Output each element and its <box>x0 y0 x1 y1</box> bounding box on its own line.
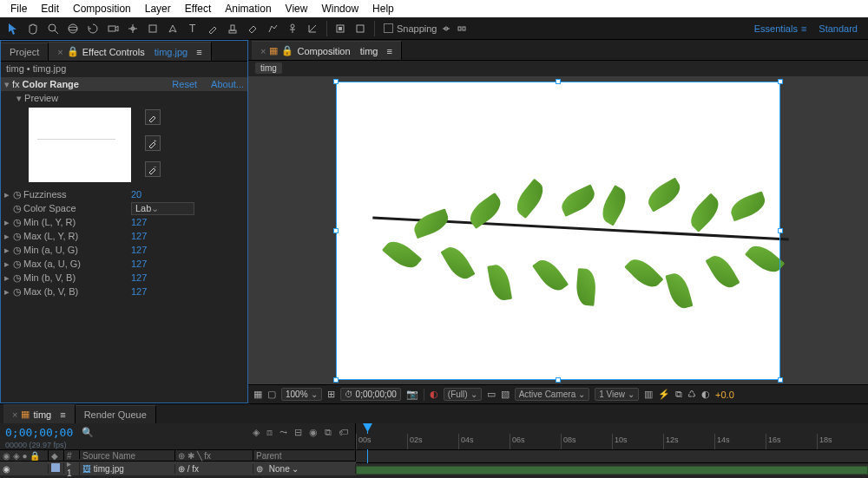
timeline-icon[interactable]: ⧉ <box>675 389 682 400</box>
pickwhip-icon[interactable]: ⊚ <box>256 464 263 474</box>
stopwatch-icon[interactable]: ◷ <box>13 231 23 242</box>
mask-icon[interactable]: ▢ <box>267 389 276 400</box>
tag-icon[interactable]: 🏷 <box>339 427 348 438</box>
workspace-essentials[interactable]: Essentials≡ <box>754 23 807 34</box>
prop-max-aug[interactable]: ▸◷Max (a, U, G)127 <box>4 257 247 271</box>
roto-tool-icon[interactable] <box>263 19 282 38</box>
prop-min-bvb[interactable]: ▸◷Min (b, V, B)127 <box>4 271 247 285</box>
prop-fuzziness[interactable]: ▸◷Fuzziness20 <box>4 187 247 201</box>
zoom-dropdown[interactable]: 100% ⌄ <box>281 388 322 401</box>
text-tool-icon[interactable]: T <box>183 19 202 38</box>
effect-row-color-range[interactable]: ▾ fx Color Range Reset About... <box>1 77 247 91</box>
fast-preview-icon[interactable]: ⚡ <box>658 389 670 400</box>
shape-tool-icon[interactable] <box>143 19 162 38</box>
tab-composition[interactable]: × ▦ 🔒 Composition timg ≡ <box>252 41 402 60</box>
effect-reset[interactable]: Reset <box>172 79 197 89</box>
pixel-aspect-icon[interactable]: ▥ <box>644 389 653 400</box>
shy-icon[interactable]: ⤳ <box>279 427 287 438</box>
resize-handle[interactable] <box>556 377 561 383</box>
search-icon[interactable]: 🔍 <box>82 427 94 438</box>
eraser-tool-icon[interactable] <box>243 19 262 38</box>
prop-min-aug[interactable]: ▸◷Min (a, U, G)127 <box>4 243 247 257</box>
res-icon[interactable]: ⊞ <box>327 389 335 400</box>
resize-handle[interactable] <box>333 377 339 383</box>
col-source[interactable]: Source Name <box>80 450 175 461</box>
pen-tool-icon[interactable] <box>163 19 182 38</box>
tab-effect-controls[interactable]: × 🔒 Effect Controls timg.jpg ≡ <box>49 42 211 61</box>
region-icon[interactable]: ▭ <box>487 389 496 400</box>
hand-tool-icon[interactable] <box>23 19 43 38</box>
stopwatch-icon[interactable]: ◷ <box>13 217 23 228</box>
snapping-toggle[interactable]: Snapping <box>384 23 467 34</box>
layer-duration-bar[interactable] <box>356 466 868 475</box>
resize-handle[interactable] <box>333 79 339 84</box>
mode-icon-1[interactable] <box>331 19 350 38</box>
close-icon[interactable]: × <box>57 47 62 57</box>
local-axis-icon[interactable] <box>303 19 322 38</box>
rotate-tool-icon[interactable] <box>83 19 102 38</box>
eyedropper-icon[interactable] <box>145 109 161 125</box>
selection-tool-icon[interactable] <box>3 19 23 38</box>
grid-icon[interactable]: ▦ <box>253 389 262 400</box>
tab-timeline-comp[interactable]: × ▦ timg ≡ <box>3 404 76 423</box>
resize-handle[interactable] <box>778 79 783 84</box>
orbit-tool-icon[interactable] <box>63 19 82 38</box>
comp-mini-flowchart-icon[interactable]: ◈ <box>253 427 260 438</box>
brush-tool-icon[interactable] <box>203 19 222 38</box>
prop-color-space[interactable]: ◷Color SpaceLab ⌄ <box>4 201 247 215</box>
menu-effect[interactable]: Effect <box>178 1 218 16</box>
parent-dropdown[interactable]: None ⌄ <box>266 464 313 474</box>
lock-icon[interactable]: 🔒 <box>281 45 293 56</box>
stamp-tool-icon[interactable] <box>223 19 242 38</box>
zoom-tool-icon[interactable] <box>43 19 62 38</box>
flowchart-icon[interactable]: ♺ <box>687 389 696 400</box>
frame-blend-icon[interactable]: ⊟ <box>294 427 302 438</box>
panel-menu-icon[interactable]: ≡ <box>196 47 201 57</box>
effect-about[interactable]: About... <box>211 79 244 89</box>
resize-handle[interactable] <box>778 377 783 383</box>
menu-edit[interactable]: Edit <box>34 1 66 16</box>
close-icon[interactable]: × <box>12 409 17 420</box>
prop-max-bvb[interactable]: ▸◷Max (b, V, B)127 <box>4 285 247 298</box>
draft3d-icon[interactable]: ⧈ <box>266 427 273 438</box>
color-space-dropdown[interactable]: Lab ⌄ <box>131 202 194 215</box>
mode-icon-2[interactable] <box>351 19 370 38</box>
stopwatch-icon[interactable]: ◷ <box>13 286 23 298</box>
layer-switches[interactable]: ⊕ / fx <box>175 464 253 474</box>
timecode-display[interactable]: ⏱ 0;00;00;00 <box>340 388 401 401</box>
prop-max-lyr[interactable]: ▸◷Max (L, Y, R)127 <box>4 229 247 243</box>
camera-tool-icon[interactable] <box>103 19 122 38</box>
composition-viewport[interactable] <box>248 76 868 384</box>
resize-handle[interactable] <box>333 228 339 233</box>
close-icon[interactable]: × <box>260 46 266 56</box>
stopwatch-icon[interactable]: ◷ <box>13 245 23 256</box>
timeline-timecode[interactable]: 0;00;00;00 <box>5 426 73 439</box>
prop-min-lyr[interactable]: ▸◷Min (L, Y, R)127 <box>4 215 247 229</box>
snapping-checkbox-icon[interactable] <box>384 23 393 33</box>
timeline-layer-row[interactable]: ◉ ▸ 1 🖼 timg.jpg ⊕ / fx ⊚ None ⌄ <box>0 462 356 475</box>
menu-animation[interactable]: Animation <box>218 1 278 16</box>
comp-breadcrumb-chip[interactable]: timg <box>255 62 282 74</box>
camera-dropdown[interactable]: Active Camera ⌄ <box>515 388 590 401</box>
stopwatch-icon[interactable]: ◷ <box>13 272 23 284</box>
menu-help[interactable]: Help <box>365 1 401 16</box>
eyedropper-plus-icon[interactable]: + <box>145 135 161 151</box>
snapshot-icon[interactable]: 📷 <box>406 389 418 400</box>
reset-exposure-icon[interactable]: ◐ <box>701 389 710 400</box>
layer-name[interactable]: timg.jpg <box>94 464 124 474</box>
view-dropdown[interactable]: 1 View ⌄ <box>595 388 639 401</box>
stopwatch-icon[interactable]: ◷ <box>13 203 23 214</box>
puppet-tool-icon[interactable] <box>283 19 302 38</box>
visibility-eye-icon[interactable]: ◉ <box>3 464 10 474</box>
menu-composition[interactable]: Composition <box>66 1 138 16</box>
channel-icon[interactable]: ◐ <box>430 389 438 400</box>
panel-menu-icon[interactable]: ≡ <box>386 46 391 56</box>
tab-project[interactable]: Project <box>1 43 49 61</box>
time-ruler[interactable]: 00s 02s 04s 06s 08s 10s 12s 14s 16s 18s <box>356 434 868 449</box>
transparency-icon[interactable]: ▧ <box>501 389 510 400</box>
motion-blur-icon[interactable]: ◉ <box>309 427 318 438</box>
stopwatch-icon[interactable]: ◷ <box>13 189 23 200</box>
menu-window[interactable]: Window <box>314 1 365 16</box>
layer-color-label[interactable] <box>51 463 60 472</box>
anchor-tool-icon[interactable] <box>123 19 142 38</box>
